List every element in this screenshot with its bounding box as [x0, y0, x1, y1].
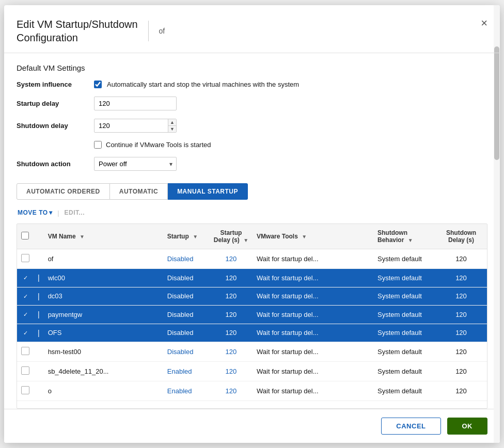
row-checkbox-checked[interactable]: ✓	[21, 329, 29, 337]
vmware-tools-text: Continue if VMware Tools is started	[106, 141, 211, 149]
startup-delay-input[interactable]	[94, 97, 177, 110]
startup-cell: Enabled	[163, 362, 210, 381]
shutdown-delay-row: Shutdown delay ▲ ▼	[17, 119, 487, 133]
row-checkbox-checked[interactable]: ✓	[21, 311, 29, 319]
startup-delay-filter-icon[interactable]: ▼	[243, 237, 248, 243]
startup-filter-icon[interactable]: ▼	[193, 234, 198, 239]
shutdown-delay-value: ▲ ▼	[94, 119, 487, 133]
vmware-tools-filter-icon[interactable]: ▼	[302, 234, 307, 239]
shutdown-delay-cell: 120	[435, 381, 487, 401]
move-to-label: MOVE TO	[18, 209, 48, 216]
shutdown-delay-label: Shutdown delay	[17, 122, 94, 130]
shutdown-behavior-cell: System default	[373, 287, 435, 306]
system-influence-row: System influence Automatically start and…	[17, 81, 487, 88]
shutdown-behavior-cell: System default	[373, 381, 435, 401]
ok-button[interactable]: OK	[447, 418, 488, 435]
select-all-checkbox[interactable]	[21, 232, 29, 239]
system-influence-checkbox[interactable]	[94, 81, 102, 88]
shutdown-behavior-cell: System default	[373, 306, 435, 324]
drag-handle[interactable]: |	[34, 269, 44, 287]
toolbar-row: MOVE TO ▾ | EDIT...	[17, 206, 487, 218]
vmware-tools-checkbox[interactable]	[94, 141, 102, 149]
startup-delay-cell: 120	[210, 342, 253, 362]
startup-cell: Disabled	[163, 249, 210, 269]
startup-cell: Disabled	[163, 269, 210, 287]
th-vm-name: VM Name ▼	[44, 224, 163, 249]
system-influence-text: Automatically start and stop the virtual…	[107, 81, 299, 88]
header-divider	[148, 21, 149, 41]
toolbar-separator: |	[57, 209, 59, 217]
tab-manual-startup[interactable]: MANUAL STARTUP	[168, 183, 248, 200]
row-checkbox-checked[interactable]: ✓	[21, 274, 29, 282]
row-checkbox[interactable]	[21, 366, 29, 375]
drag-handle	[34, 381, 44, 401]
close-button[interactable]: ×	[479, 15, 490, 31]
startup-cell: Disabled	[163, 287, 210, 306]
vm-name-cell: OFS	[44, 324, 163, 342]
vm-name-cell: sb_4delete_11_20...	[44, 362, 163, 381]
shutdown-delay-cell: 120	[435, 362, 487, 381]
vmware-tools-cell: Wait for startup del...	[253, 342, 373, 362]
tab-automatic[interactable]: AUTOMATIC	[110, 183, 168, 200]
startup-delay-cell: 120	[210, 249, 253, 269]
spinner-down[interactable]: ▼	[168, 126, 176, 132]
startup-cell: Disabled	[163, 324, 210, 342]
drag-handle	[34, 249, 44, 269]
shutdown-action-select[interactable]: Power off Guest shutdown Suspend	[94, 157, 177, 171]
shutdown-behavior-cell: System default	[373, 269, 435, 287]
startup-delay-value	[94, 97, 487, 110]
startup-delay-cell: 120	[210, 324, 253, 342]
shutdown-delay-cell: 120	[435, 287, 487, 306]
vm-name-filter-icon[interactable]: ▼	[80, 234, 85, 239]
row-checkbox[interactable]	[21, 347, 29, 355]
startup-cell: Disabled	[163, 342, 210, 362]
dialog-title: Edit VM Startup/Shutdown Configuration	[17, 18, 138, 44]
startup-delay-label: Startup delay	[17, 100, 94, 107]
scrollbar-thumb[interactable]	[494, 46, 499, 160]
drag-handle[interactable]: |	[34, 306, 44, 324]
shutdown-delay-cell: 120	[435, 306, 487, 324]
th-checkbox	[17, 224, 34, 249]
shutdown-behavior-cell: System default	[373, 362, 435, 381]
scrollbar-track[interactable]	[494, 5, 500, 443]
vmware-tools-row: Continue if VMware Tools is started	[94, 141, 487, 149]
table-row: ofDisabled120Wait for startup del...Syst…	[17, 249, 487, 269]
shutdown-delay-cell: 120	[435, 249, 487, 269]
shutdown-behavior-cell: System default	[373, 324, 435, 342]
vmware-tools-cell: Wait for startup del...	[253, 249, 373, 269]
row-checkbox-checked[interactable]: ✓	[21, 292, 29, 300]
system-influence-label: System influence	[17, 81, 94, 88]
th-vmware-tools: VMware Tools ▼	[253, 224, 373, 249]
shutdown-delay-spinner: ▲ ▼	[94, 119, 177, 133]
spinner-up[interactable]: ▲	[168, 119, 176, 126]
tab-automatic-ordered[interactable]: AUTOMATIC ORDERED	[17, 183, 110, 200]
th-startup-delay: StartupDelay (s) ▼	[210, 224, 253, 249]
vm-name-cell: hsm-test00	[44, 342, 163, 362]
shutdown-behavior-filter-icon[interactable]: ▼	[408, 237, 413, 243]
vm-table: VM Name ▼ Startup ▼ StartupDelay (s) ▼ V…	[17, 224, 487, 401]
th-shutdown-delay: ShutdownDelay (s)	[435, 224, 487, 249]
dialog-subtitle: of	[159, 27, 165, 35]
shutdown-delay-input[interactable]	[94, 119, 177, 133]
row-checkbox[interactable]	[21, 254, 29, 262]
shutdown-delay-cell: 120	[435, 324, 487, 342]
drag-handle[interactable]: |	[34, 324, 44, 342]
vm-name-cell: o	[44, 381, 163, 401]
vm-name-cell: wlc00	[44, 269, 163, 287]
table-row: oEnabled120Wait for startup del...System…	[17, 381, 487, 401]
edit-button[interactable]: EDIT...	[64, 207, 86, 218]
shutdown-action-select-wrap: Power off Guest shutdown Suspend ▾	[94, 157, 177, 171]
vmware-tools-cell: Wait for startup del...	[253, 362, 373, 381]
startup-delay-cell: 120	[210, 287, 253, 306]
dialog-footer: CANCEL OK	[4, 409, 500, 443]
vmware-tools-cell: Wait for startup del...	[253, 269, 373, 287]
cancel-button[interactable]: CANCEL	[381, 418, 440, 435]
startup-delay-cell: 120	[210, 269, 253, 287]
drag-handle[interactable]: |	[34, 287, 44, 306]
spinner-controls: ▲ ▼	[168, 119, 176, 132]
shutdown-delay-cell: 120	[435, 269, 487, 287]
shutdown-delay-cell: 120	[435, 342, 487, 362]
row-checkbox[interactable]	[21, 386, 29, 394]
startup-cell: Enabled	[163, 381, 210, 401]
move-to-button[interactable]: MOVE TO ▾	[17, 207, 53, 218]
